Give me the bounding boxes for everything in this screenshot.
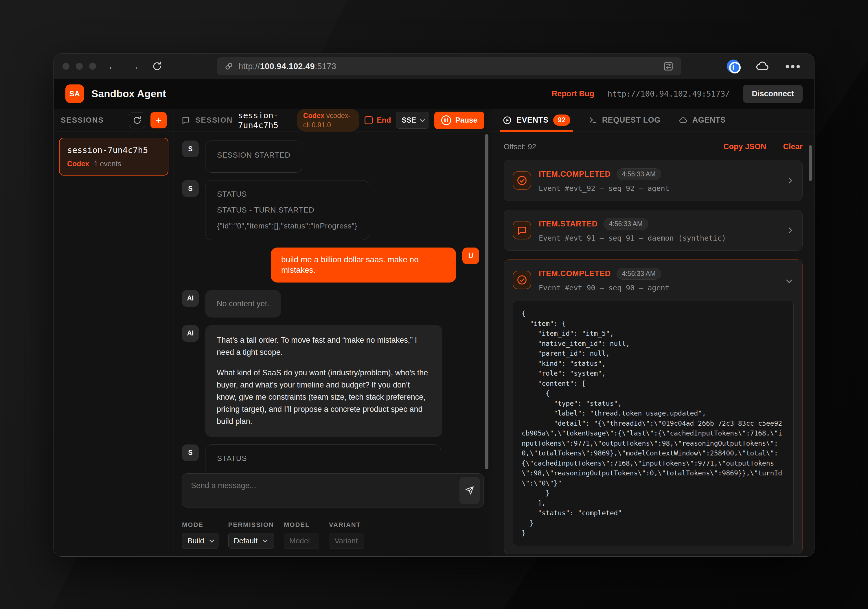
chevron-right-icon bbox=[786, 227, 792, 233]
zoom-window-button[interactable] bbox=[89, 63, 96, 70]
check-circle-icon bbox=[513, 270, 531, 289]
forward-button[interactable]: → bbox=[130, 61, 140, 71]
terminal-icon bbox=[589, 116, 597, 125]
play-circle-icon bbox=[502, 116, 512, 125]
chevron-down-icon bbox=[209, 538, 214, 543]
back-button[interactable]: ← bbox=[108, 61, 118, 71]
provider-badge: Codex vcodex-cli 0.91.0 bbox=[297, 109, 360, 131]
send-button[interactable] bbox=[459, 477, 480, 504]
copy-json-button[interactable]: Copy JSON bbox=[723, 142, 766, 151]
ai-avatar: AI bbox=[182, 325, 199, 342]
session-header: SESSION session-7un4c7h5 Codex vcodex-cl… bbox=[174, 109, 492, 132]
pause-button[interactable]: Pause bbox=[434, 111, 484, 129]
browser-menu-icon[interactable]: ••• bbox=[785, 63, 801, 70]
event-json-payload: { "item": { "item_id": "itm_5", "native_… bbox=[513, 301, 794, 546]
chat-bubble-icon bbox=[513, 221, 531, 240]
cloud-icon[interactable] bbox=[756, 59, 770, 73]
ai-bubble: No content yet. bbox=[205, 290, 281, 317]
chevron-down-icon bbox=[786, 277, 792, 283]
clear-events-button[interactable]: Clear bbox=[783, 142, 803, 151]
onepassword-icon[interactable] bbox=[727, 60, 740, 73]
system-avatar: S bbox=[182, 141, 199, 157]
event-time: 4:56:33 AM bbox=[603, 218, 648, 230]
chat-message-user: build me a billion dollar saas. make no … bbox=[182, 247, 479, 283]
variant-input[interactable] bbox=[329, 533, 364, 549]
permission-label: PERMISSION bbox=[228, 521, 274, 529]
events-scrollbar[interactable] bbox=[809, 145, 812, 181]
event-time: 4:56:33 AM bbox=[617, 168, 661, 180]
session-controls: MODE Build PERMISSION Default bbox=[174, 515, 492, 556]
events-count-badge: 92 bbox=[553, 114, 570, 126]
user-avatar: U bbox=[462, 247, 479, 264]
chat-message-system: S STATUS STATUS - THREAD.TOKEN_USAGE.UPD… bbox=[182, 444, 479, 471]
chat-bubble-icon bbox=[181, 116, 190, 125]
browser-window: ← → http://100.94.102.49:5173 bbox=[54, 54, 814, 556]
event-card[interactable]: ITEM.COMPLETED 4:56:33 AM Event #evt_92 … bbox=[504, 160, 803, 201]
system-avatar: S bbox=[182, 180, 199, 197]
sessions-sidebar: SESSIONS + session-7un4c7h5 Codex 1 even… bbox=[54, 109, 174, 556]
chat-scrollbar[interactable] bbox=[485, 134, 488, 469]
events-offset: Offset: 92 bbox=[504, 142, 536, 151]
tab-agents[interactable]: AGENTS bbox=[679, 109, 726, 131]
chat-message-system: S STATUS STATUS - TURN.STARTED {"id":"0"… bbox=[182, 180, 479, 240]
address-bar[interactable]: http://100.94.102.49:5173 bbox=[217, 57, 681, 75]
model-label: MODEL bbox=[284, 521, 319, 529]
desktop: ← → http://100.94.102.49:5173 bbox=[0, 0, 868, 609]
chat-transcript: S SESSION STARTED S STATUS STATUS - TURN… bbox=[174, 132, 492, 471]
event-time: 4:56:33 AM bbox=[617, 268, 661, 280]
event-card[interactable]: ITEM.STARTED 4:56:33 AM Event #evt_91 – … bbox=[504, 210, 803, 251]
url-text: http://100.94.102.49:5173 bbox=[239, 62, 336, 71]
app-header: SA Sandbox Agent Report Bug http://100.9… bbox=[54, 79, 814, 109]
system-bubble: STATUS STATUS - THREAD.TOKEN_USAGE.UPDAT… bbox=[205, 444, 441, 471]
session-panel: SESSION session-7un4c7h5 Codex vcodex-cl… bbox=[174, 109, 492, 556]
tab-request-log[interactable]: REQUEST LOG bbox=[589, 109, 660, 131]
end-label: End bbox=[377, 116, 391, 125]
events-list: Offset: 92 Copy JSON Clear bbox=[492, 132, 814, 556]
session-list-item[interactable]: session-7un4c7h5 Codex 1 events bbox=[59, 138, 168, 176]
app-title: Sandbox Agent bbox=[91, 88, 166, 99]
ai-avatar: AI bbox=[182, 290, 199, 307]
chevron-down-icon bbox=[263, 538, 268, 543]
system-bubble: STATUS STATUS - TURN.STARTED {"id":"0","… bbox=[205, 180, 369, 240]
composer bbox=[182, 473, 484, 509]
traffic-lights bbox=[62, 63, 96, 70]
ai-bubble: That’s a tall order. To move fast and “m… bbox=[205, 325, 442, 437]
chat-message-ai: AI That’s a tall order. To move fast and… bbox=[182, 325, 479, 437]
session-label: SESSION bbox=[195, 116, 233, 125]
new-session-button[interactable]: + bbox=[150, 112, 167, 128]
transport-select[interactable]: SSE bbox=[396, 112, 429, 129]
minimize-window-button[interactable] bbox=[76, 63, 83, 70]
disconnect-button[interactable]: Disconnect bbox=[743, 85, 803, 103]
event-card-expanded[interactable]: ITEM.COMPLETED 4:56:33 AM Event #evt_90 … bbox=[504, 260, 803, 554]
mode-label: MODE bbox=[182, 521, 219, 529]
pause-icon bbox=[441, 115, 451, 125]
system-bubble: SESSION STARTED bbox=[205, 141, 302, 173]
panel-tabs: EVENTS 92 REQUEST LOG bbox=[492, 109, 814, 132]
server-url: http://100.94.102.49:5173/ bbox=[608, 90, 730, 98]
chevron-right-icon bbox=[786, 177, 792, 183]
session-provider: Codex bbox=[67, 160, 89, 168]
check-circle-icon bbox=[513, 171, 531, 190]
close-window-button[interactable] bbox=[62, 63, 70, 70]
session-id: session-7un4c7h5 bbox=[238, 110, 291, 130]
end-checkbox[interactable] bbox=[364, 116, 373, 124]
reload-button[interactable] bbox=[152, 61, 163, 72]
mode-select[interactable]: Build bbox=[182, 533, 219, 549]
cloud-icon bbox=[679, 116, 688, 125]
sessions-title: SESSIONS bbox=[61, 116, 104, 125]
events-panel: EVENTS 92 REQUEST LOG bbox=[492, 109, 814, 556]
user-bubble: build me a billion dollar saas. make no … bbox=[271, 247, 456, 283]
permission-select[interactable]: Default bbox=[228, 533, 274, 549]
browser-toolbar: ← → http://100.94.102.49:5173 bbox=[54, 54, 814, 79]
chevron-down-icon bbox=[420, 117, 425, 122]
model-input[interactable] bbox=[284, 533, 319, 549]
variant-label: VARIANT bbox=[329, 521, 364, 529]
chat-message-system: S SESSION STARTED bbox=[182, 141, 479, 173]
session-event-count: 1 events bbox=[94, 160, 121, 168]
tab-events[interactable]: EVENTS 92 bbox=[502, 109, 570, 131]
refresh-sessions-button[interactable] bbox=[129, 112, 145, 128]
link-icon bbox=[224, 61, 234, 71]
report-bug-link[interactable]: Report Bug bbox=[552, 90, 594, 98]
site-settings-icon[interactable] bbox=[663, 60, 674, 72]
message-input[interactable] bbox=[182, 473, 484, 507]
